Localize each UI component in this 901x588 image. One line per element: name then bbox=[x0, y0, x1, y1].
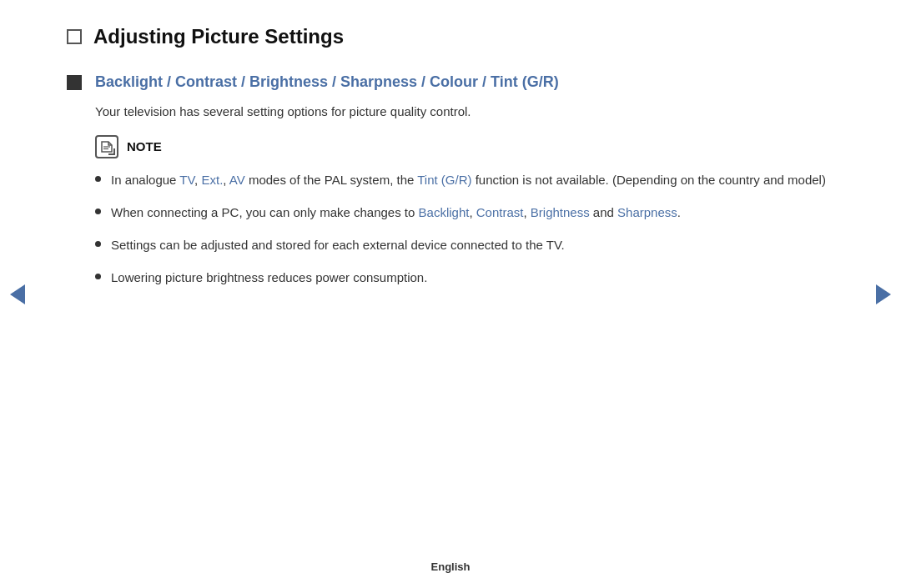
page-container: Adjusting Picture Settings Backlight / C… bbox=[0, 0, 901, 588]
bullet-dot bbox=[95, 241, 101, 247]
section-description: Your television has several setting opti… bbox=[95, 103, 834, 122]
link-contrast: Contrast bbox=[476, 205, 524, 219]
bullet-dot bbox=[95, 209, 101, 214]
bullet-list: In analogue TV, Ext., AV modes of the PA… bbox=[95, 170, 834, 288]
link-sharpness: Sharpness bbox=[617, 205, 677, 219]
page-title: Adjusting Picture Settings bbox=[93, 25, 344, 48]
note-box: NOTE bbox=[95, 135, 834, 158]
note-icon bbox=[95, 135, 118, 158]
note-label: NOTE bbox=[127, 135, 162, 158]
nav-arrow-right[interactable] bbox=[876, 284, 891, 304]
bullet-dot bbox=[95, 274, 101, 279]
bullet-text-1: In analogue TV, Ext., AV modes of the PA… bbox=[111, 170, 826, 189]
square-bullet bbox=[67, 75, 82, 90]
section-heading: Backlight / Contrast / Brightness / Shar… bbox=[95, 72, 834, 93]
section-content: Backlight / Contrast / Brightness / Shar… bbox=[95, 72, 834, 301]
bullet-text-3: Settings can be adjusted and stored for … bbox=[111, 235, 565, 254]
list-item: Settings can be adjusted and stored for … bbox=[95, 235, 834, 254]
link-tv: TV bbox=[179, 173, 194, 187]
link-tint: Tint (G/R) bbox=[417, 173, 471, 187]
list-item: When connecting a PC, you can only make … bbox=[95, 203, 834, 222]
bullet-text-2: When connecting a PC, you can only make … bbox=[111, 203, 681, 222]
list-item: Lowering picture brightness reduces powe… bbox=[95, 268, 834, 287]
nav-arrow-left[interactable] bbox=[10, 284, 25, 304]
link-ext: Ext. bbox=[201, 173, 223, 187]
language-label: English bbox=[431, 560, 471, 573]
link-brightness: Brightness bbox=[531, 205, 590, 219]
footer: English bbox=[0, 560, 901, 573]
link-backlight: Backlight bbox=[419, 205, 470, 219]
content-area: Adjusting Picture Settings Backlight / C… bbox=[67, 0, 834, 588]
bullet-dot bbox=[95, 176, 101, 182]
checkbox-icon bbox=[67, 29, 82, 44]
link-av: AV bbox=[229, 173, 245, 187]
bullet-text-4: Lowering picture brightness reduces powe… bbox=[111, 268, 427, 287]
section: Backlight / Contrast / Brightness / Shar… bbox=[67, 72, 834, 301]
list-item: In analogue TV, Ext., AV modes of the PA… bbox=[95, 170, 834, 189]
page-title-row: Adjusting Picture Settings bbox=[67, 25, 834, 48]
